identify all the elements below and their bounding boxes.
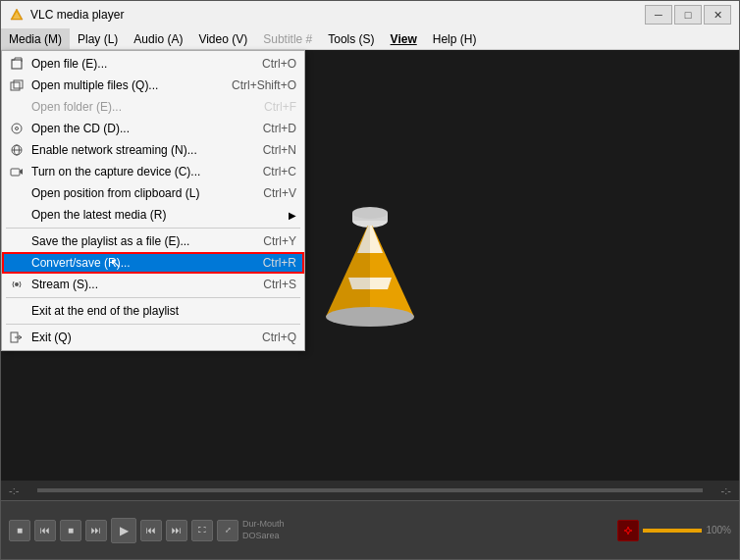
svg-rect-10 <box>11 169 20 176</box>
svg-marker-19 <box>326 221 370 317</box>
svg-point-5 <box>12 124 22 133</box>
svg-point-24 <box>352 207 388 219</box>
open-clipboard-icon <box>8 184 26 202</box>
playback-controls: ■ ⏮ ■ ⏭ ▶ ⏮ ⏭ ⛶ ⤢ Dur-Mouth DOSarea <box>9 518 285 543</box>
latest-media-arrow: ▶ <box>289 210 296 221</box>
menu-view[interactable]: View <box>383 28 425 49</box>
play-button[interactable]: ▶ <box>111 518 136 543</box>
frame-back-button[interactable]: ⏮ <box>34 520 56 541</box>
open-multiple-item[interactable]: Open multiple files (Q)... Ctrl+Shift+O <box>2 75 304 96</box>
volume-bar[interactable] <box>643 529 702 533</box>
convert-save-icon <box>8 254 26 272</box>
svg-rect-3 <box>11 82 20 90</box>
open-cd-icon <box>8 120 26 137</box>
window-controls: ─ □ ✕ <box>645 5 731 25</box>
progress-bar[interactable] <box>37 488 703 492</box>
save-playlist-icon <box>8 232 26 250</box>
exit-playlist-icon <box>8 302 26 320</box>
open-multiple-icon <box>8 76 26 94</box>
save-playlist-item[interactable]: Save the playlist as a file (E)... Ctrl+… <box>2 230 304 252</box>
svg-point-21 <box>326 307 414 327</box>
svg-point-6 <box>16 127 19 130</box>
close-button[interactable]: ✕ <box>704 5 731 25</box>
menubar: Media (M) Play (L) Audio (A) Video (V) S… <box>1 28 739 50</box>
menu-media[interactable]: Media (M) <box>1 28 70 49</box>
volume-label: 100% <box>706 525 731 535</box>
open-file-item[interactable]: Open file (E)... Ctrl+O <box>2 53 304 75</box>
svg-rect-2 <box>12 60 22 69</box>
capture-device-item[interactable]: Turn on the capture device (C)... Ctrl+C <box>2 161 304 182</box>
open-cd-item[interactable]: Open the CD (D)... Ctrl+D <box>2 118 304 139</box>
open-folder-item[interactable]: Open folder (E)... Ctrl+F <box>2 96 304 118</box>
volume-fill <box>643 529 702 533</box>
menu-subtitle[interactable]: Subtitle # <box>255 28 320 49</box>
stop-square-button[interactable]: ■ <box>9 520 30 541</box>
exit-playlist-item[interactable]: Exit at the end of the playlist <box>2 300 304 322</box>
frame-fwd-button[interactable]: ⏭ <box>85 520 107 541</box>
vlc-cone <box>316 199 424 331</box>
open-file-icon <box>8 55 26 73</box>
svg-point-12 <box>15 282 19 286</box>
cursor-indicator: ↖ <box>110 255 122 271</box>
menu-tools[interactable]: Tools (S) <box>320 28 382 49</box>
convert-save-item[interactable]: Convert/save (R)... Ctrl+R ↖ <box>2 252 304 274</box>
time-elapsed: -:- <box>9 484 33 496</box>
vlc-window: VLC media player ─ □ ✕ Media (M) Play (L… <box>0 0 740 560</box>
separator-1 <box>6 228 300 229</box>
menu-video[interactable]: Video (V) <box>190 28 255 49</box>
right-controls: 100% <box>617 520 731 541</box>
stream-icon <box>8 276 26 293</box>
menu-help[interactable]: Help (H) <box>425 28 485 49</box>
media-dropdown: Open file (E)... Ctrl+O Open multiple fi… <box>1 50 305 351</box>
svg-rect-4 <box>14 80 23 88</box>
enable-network-icon <box>8 141 26 159</box>
separator-3 <box>6 324 300 325</box>
track-info: Dur-Mouth DOSarea <box>242 519 285 541</box>
enable-network-item[interactable]: Enable network streaming (N)... Ctrl+N <box>2 139 304 161</box>
open-clipboard-item[interactable]: Open position from clipboard (L) Ctrl+V <box>2 182 304 204</box>
controls-row: ■ ⏮ ■ ⏭ ▶ ⏮ ⏭ ⛶ ⤢ Dur-Mouth DOSarea <box>1 501 739 559</box>
time-total: -:- <box>707 484 731 496</box>
capture-device-icon <box>8 163 26 180</box>
crop-button[interactable]: ⤢ <box>217 520 238 541</box>
svg-point-25 <box>626 529 630 533</box>
progress-area: -:- -:- <box>1 481 739 500</box>
exit-item[interactable]: Exit (Q) Ctrl+Q <box>2 327 304 348</box>
minimize-button[interactable]: ─ <box>645 5 672 25</box>
settings-button[interactable] <box>617 520 639 541</box>
skip-back-button[interactable]: ⏮ <box>140 520 162 541</box>
latest-media-item[interactable]: Open the latest media (R) ▶ <box>2 204 304 226</box>
separator-2 <box>6 297 300 298</box>
menu-audio[interactable]: Audio (A) <box>126 28 190 49</box>
skip-fwd-button[interactable]: ⏭ <box>166 520 187 541</box>
stream-item[interactable]: Stream (S)... Ctrl+S <box>2 274 304 295</box>
maximize-button[interactable]: □ <box>674 5 702 25</box>
latest-media-icon <box>8 206 26 224</box>
vlc-title-icon <box>9 7 25 23</box>
stop-button[interactable]: ■ <box>60 520 81 541</box>
window-title: VLC media player <box>30 8 639 22</box>
open-folder-icon <box>8 98 26 116</box>
controls-area: ■ ⏮ ■ ⏭ ▶ ⏮ ⏭ ⛶ ⤢ Dur-Mouth DOSarea <box>1 500 739 559</box>
aspect-button[interactable]: ⛶ <box>191 520 213 541</box>
exit-icon <box>8 329 26 346</box>
gear-icon <box>623 526 633 535</box>
volume-control: 100% <box>643 525 731 535</box>
menu-play[interactable]: Play (L) <box>70 28 126 49</box>
titlebar: VLC media player ─ □ ✕ <box>1 1 739 28</box>
